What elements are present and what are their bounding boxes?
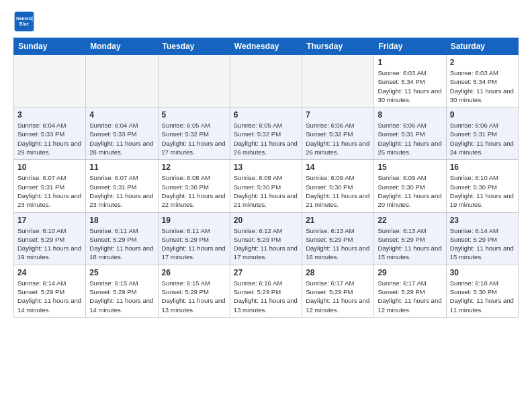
calendar-cell: 23Sunrise: 6:14 AMSunset: 5:29 PMDayligh… — [446, 212, 518, 265]
day-info: Sunrise: 6:17 AMSunset: 5:29 PMDaylight:… — [306, 279, 370, 314]
calendar-cell: 14Sunrise: 6:09 AMSunset: 5:30 PMDayligh… — [302, 160, 374, 212]
calendar-week-row: 10Sunrise: 6:07 AMSunset: 5:31 PMDayligh… — [14, 160, 519, 212]
day-info: Sunrise: 6:06 AMSunset: 5:32 PMDaylight:… — [306, 121, 370, 156]
day-info: Sunrise: 6:15 AMSunset: 5:29 PMDaylight:… — [162, 279, 226, 314]
day-info: Sunrise: 6:10 AMSunset: 5:30 PMDaylight:… — [450, 173, 515, 209]
day-info: Sunrise: 6:08 AMSunset: 5:30 PMDaylight:… — [234, 173, 298, 209]
day-number: 19 — [162, 216, 226, 225]
calendar-cell: 25Sunrise: 6:15 AMSunset: 5:29 PMDayligh… — [86, 265, 158, 317]
day-info: Sunrise: 6:05 AMSunset: 5:32 PMDaylight:… — [162, 121, 226, 156]
day-number: 24 — [17, 268, 82, 277]
calendar-cell: 30Sunrise: 6:18 AMSunset: 5:30 PMDayligh… — [446, 265, 518, 317]
day-info: Sunrise: 6:11 AMSunset: 5:29 PMDaylight:… — [162, 226, 226, 262]
weekday-header-row: SundayMondayTuesdayWednesdayThursdayFrid… — [14, 38, 519, 55]
calendar-cell: 8Sunrise: 6:06 AMSunset: 5:31 PMDaylight… — [374, 107, 446, 160]
calendar-cell: 13Sunrise: 6:08 AMSunset: 5:30 PMDayligh… — [230, 160, 302, 212]
day-info: Sunrise: 6:13 AMSunset: 5:29 PMDaylight:… — [378, 226, 442, 262]
day-info: Sunrise: 6:11 AMSunset: 5:29 PMDaylight:… — [89, 226, 154, 262]
calendar-cell: 16Sunrise: 6:10 AMSunset: 5:30 PMDayligh… — [446, 160, 518, 212]
day-info: Sunrise: 6:17 AMSunset: 5:29 PMDaylight:… — [378, 279, 442, 314]
weekday-header: Tuesday — [158, 38, 230, 55]
day-info: Sunrise: 6:07 AMSunset: 5:31 PMDaylight:… — [17, 173, 82, 209]
day-number: 9 — [450, 110, 515, 120]
day-info: Sunrise: 6:13 AMSunset: 5:29 PMDaylight:… — [306, 226, 370, 262]
calendar-cell: 6Sunrise: 6:05 AMSunset: 5:32 PMDaylight… — [230, 107, 302, 160]
day-info: Sunrise: 6:18 AMSunset: 5:30 PMDaylight:… — [450, 279, 515, 314]
day-number: 20 — [234, 216, 298, 225]
calendar-cell — [230, 55, 302, 107]
calendar-cell: 20Sunrise: 6:12 AMSunset: 5:29 PMDayligh… — [230, 212, 302, 265]
logo-icon: General Blue — [13, 11, 35, 32]
day-number: 27 — [234, 268, 298, 277]
calendar-cell: 22Sunrise: 6:13 AMSunset: 5:29 PMDayligh… — [374, 212, 446, 265]
calendar-cell: 19Sunrise: 6:11 AMSunset: 5:29 PMDayligh… — [158, 212, 230, 265]
day-number: 11 — [89, 163, 154, 172]
calendar-cell — [14, 55, 86, 107]
day-info: Sunrise: 6:14 AMSunset: 5:29 PMDaylight:… — [17, 279, 82, 314]
weekday-header: Wednesday — [230, 38, 302, 55]
weekday-header: Sunday — [14, 38, 86, 55]
calendar-cell: 24Sunrise: 6:14 AMSunset: 5:29 PMDayligh… — [14, 265, 86, 317]
day-number: 28 — [306, 268, 370, 277]
day-info: Sunrise: 6:03 AMSunset: 5:34 PMDaylight:… — [450, 68, 515, 104]
logo: General Blue — [13, 11, 38, 32]
calendar-cell: 12Sunrise: 6:08 AMSunset: 5:30 PMDayligh… — [158, 160, 230, 212]
day-info: Sunrise: 6:12 AMSunset: 5:29 PMDaylight:… — [234, 226, 298, 262]
calendar-cell: 3Sunrise: 6:04 AMSunset: 5:33 PMDaylight… — [14, 107, 86, 160]
day-info: Sunrise: 6:14 AMSunset: 5:29 PMDaylight:… — [450, 226, 515, 262]
day-number: 17 — [17, 216, 82, 225]
calendar-cell: 29Sunrise: 6:17 AMSunset: 5:29 PMDayligh… — [374, 265, 446, 317]
weekday-header: Thursday — [302, 38, 374, 55]
day-number: 6 — [234, 110, 298, 120]
calendar-week-row: 1Sunrise: 6:03 AMSunset: 5:34 PMDaylight… — [14, 55, 519, 107]
calendar-cell: 15Sunrise: 6:09 AMSunset: 5:30 PMDayligh… — [374, 160, 446, 212]
day-info: Sunrise: 6:09 AMSunset: 5:30 PMDaylight:… — [306, 173, 370, 209]
day-number: 2 — [450, 58, 515, 67]
day-number: 7 — [306, 110, 370, 120]
day-number: 3 — [17, 110, 82, 120]
svg-text:Blue: Blue — [19, 21, 29, 26]
calendar-cell: 9Sunrise: 6:06 AMSunset: 5:31 PMDaylight… — [446, 107, 518, 160]
day-number: 8 — [378, 110, 442, 120]
day-info: Sunrise: 6:09 AMSunset: 5:30 PMDaylight:… — [378, 173, 442, 209]
page: General Blue SundayMondayTuesdayWednesda… — [0, 0, 532, 411]
calendar-cell — [158, 55, 230, 107]
day-info: Sunrise: 6:07 AMSunset: 5:31 PMDaylight:… — [89, 173, 154, 209]
calendar-cell: 27Sunrise: 6:16 AMSunset: 5:29 PMDayligh… — [230, 265, 302, 317]
day-number: 14 — [306, 163, 370, 172]
day-info: Sunrise: 6:04 AMSunset: 5:33 PMDaylight:… — [89, 121, 154, 156]
day-number: 21 — [306, 216, 370, 225]
day-info: Sunrise: 6:08 AMSunset: 5:30 PMDaylight:… — [162, 173, 226, 209]
day-number: 22 — [378, 216, 442, 225]
day-number: 4 — [89, 110, 154, 120]
weekday-header: Friday — [374, 38, 446, 55]
day-number: 25 — [89, 268, 154, 277]
calendar-cell: 7Sunrise: 6:06 AMSunset: 5:32 PMDaylight… — [302, 107, 374, 160]
calendar-cell: 26Sunrise: 6:15 AMSunset: 5:29 PMDayligh… — [158, 265, 230, 317]
day-number: 15 — [378, 163, 442, 172]
day-number: 26 — [162, 268, 226, 277]
calendar-cell: 18Sunrise: 6:11 AMSunset: 5:29 PMDayligh… — [86, 212, 158, 265]
calendar-table: SundayMondayTuesdayWednesdayThursdayFrid… — [13, 38, 519, 318]
weekday-header: Saturday — [446, 38, 518, 55]
day-number: 10 — [17, 163, 82, 172]
calendar-week-row: 3Sunrise: 6:04 AMSunset: 5:33 PMDaylight… — [14, 107, 519, 160]
day-number: 18 — [89, 216, 154, 225]
calendar-week-row: 24Sunrise: 6:14 AMSunset: 5:29 PMDayligh… — [14, 265, 519, 317]
calendar-cell: 4Sunrise: 6:04 AMSunset: 5:33 PMDaylight… — [86, 107, 158, 160]
day-number: 1 — [378, 58, 442, 67]
calendar-cell: 1Sunrise: 6:03 AMSunset: 5:34 PMDaylight… — [374, 55, 446, 107]
calendar-cell: 2Sunrise: 6:03 AMSunset: 5:34 PMDaylight… — [446, 55, 518, 107]
day-number: 16 — [450, 163, 515, 172]
header: General Blue — [13, 11, 519, 32]
calendar-week-row: 17Sunrise: 6:10 AMSunset: 5:29 PMDayligh… — [14, 212, 519, 265]
calendar-cell: 11Sunrise: 6:07 AMSunset: 5:31 PMDayligh… — [86, 160, 158, 212]
day-info: Sunrise: 6:06 AMSunset: 5:31 PMDaylight:… — [378, 121, 442, 156]
calendar-cell: 21Sunrise: 6:13 AMSunset: 5:29 PMDayligh… — [302, 212, 374, 265]
calendar-cell: 17Sunrise: 6:10 AMSunset: 5:29 PMDayligh… — [14, 212, 86, 265]
calendar-cell — [302, 55, 374, 107]
day-number: 23 — [450, 216, 515, 225]
calendar-cell: 28Sunrise: 6:17 AMSunset: 5:29 PMDayligh… — [302, 265, 374, 317]
calendar-cell — [86, 55, 158, 107]
day-number: 12 — [162, 163, 226, 172]
